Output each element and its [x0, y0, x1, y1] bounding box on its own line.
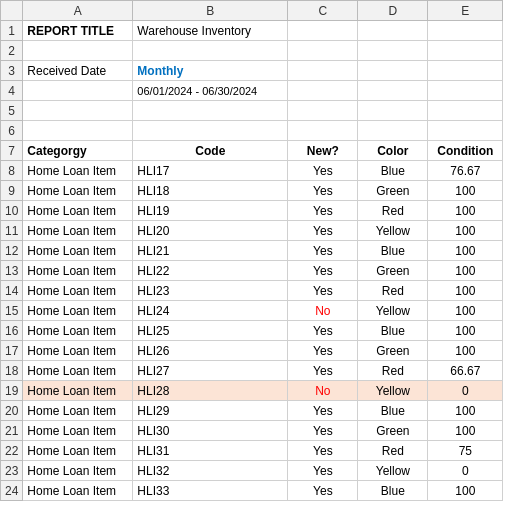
cell-r13-c1[interactable]: HLI22 — [133, 261, 288, 281]
cell-r17-c2[interactable]: Yes — [288, 341, 358, 361]
cell-r12-c2[interactable]: Yes — [288, 241, 358, 261]
cell-r8-c1[interactable]: HLI17 — [133, 161, 288, 181]
cell-r13-c0[interactable]: Home Loan Item — [23, 261, 133, 281]
cell-r21-c2[interactable]: Yes — [288, 421, 358, 441]
cell-r9-c4[interactable]: 100 — [428, 181, 503, 201]
cell-r15-c0[interactable]: Home Loan Item — [23, 301, 133, 321]
cell-r6-c3[interactable] — [358, 121, 428, 141]
cell-r15-c1[interactable]: HLI24 — [133, 301, 288, 321]
cell-r16-c0[interactable]: Home Loan Item — [23, 321, 133, 341]
cell-r19-c0[interactable]: Home Loan Item — [23, 381, 133, 401]
cell-r10-c1[interactable]: HLI19 — [133, 201, 288, 221]
cell-r8-c3[interactable]: Blue — [358, 161, 428, 181]
cell-r17-c1[interactable]: HLI26 — [133, 341, 288, 361]
cell-r15-c2[interactable]: No — [288, 301, 358, 321]
cell-r21-c1[interactable]: HLI30 — [133, 421, 288, 441]
cell-r12-c4[interactable]: 100 — [428, 241, 503, 261]
cell-r4-c0[interactable] — [23, 81, 133, 101]
cell-r22-c3[interactable]: Red — [358, 441, 428, 461]
cell-r6-c1[interactable] — [133, 121, 288, 141]
cell-r14-c0[interactable]: Home Loan Item — [23, 281, 133, 301]
cell-r15-c4[interactable]: 100 — [428, 301, 503, 321]
cell-r16-c1[interactable]: HLI25 — [133, 321, 288, 341]
cell-r9-c3[interactable]: Green — [358, 181, 428, 201]
cell-r16-c2[interactable]: Yes — [288, 321, 358, 341]
cell-r11-c3[interactable]: Yellow — [358, 221, 428, 241]
cell-r13-c3[interactable]: Green — [358, 261, 428, 281]
cell-r6-c2[interactable] — [288, 121, 358, 141]
cell-r14-c1[interactable]: HLI23 — [133, 281, 288, 301]
cell-r24-c4[interactable]: 100 — [428, 481, 503, 501]
cell-r12-c3[interactable]: Blue — [358, 241, 428, 261]
cell-r10-c4[interactable]: 100 — [428, 201, 503, 221]
cell-r19-c3[interactable]: Yellow — [358, 381, 428, 401]
cell-r13-c2[interactable]: Yes — [288, 261, 358, 281]
cell-r7-c2[interactable]: New? — [288, 141, 358, 161]
cell-r12-c1[interactable]: HLI21 — [133, 241, 288, 261]
cell-r12-c0[interactable]: Home Loan Item — [23, 241, 133, 261]
cell-r2-c0[interactable] — [23, 41, 133, 61]
cell-r3-c4[interactable] — [428, 61, 503, 81]
cell-r21-c3[interactable]: Green — [358, 421, 428, 441]
cell-r9-c0[interactable]: Home Loan Item — [23, 181, 133, 201]
cell-r20-c2[interactable]: Yes — [288, 401, 358, 421]
cell-r7-c1[interactable]: Code — [133, 141, 288, 161]
cell-r24-c1[interactable]: HLI33 — [133, 481, 288, 501]
cell-r20-c3[interactable]: Blue — [358, 401, 428, 421]
cell-r24-c2[interactable]: Yes — [288, 481, 358, 501]
cell-r5-c2[interactable] — [288, 101, 358, 121]
cell-r23-c2[interactable]: Yes — [288, 461, 358, 481]
cell-r16-c3[interactable]: Blue — [358, 321, 428, 341]
cell-r9-c1[interactable]: HLI18 — [133, 181, 288, 201]
col-header-c[interactable]: C — [288, 1, 358, 21]
cell-r11-c0[interactable]: Home Loan Item — [23, 221, 133, 241]
cell-r4-c3[interactable] — [358, 81, 428, 101]
cell-r18-c2[interactable]: Yes — [288, 361, 358, 381]
cell-r23-c0[interactable]: Home Loan Item — [23, 461, 133, 481]
cell-r3-c2[interactable] — [288, 61, 358, 81]
cell-r3-c3[interactable] — [358, 61, 428, 81]
cell-r2-c1[interactable] — [133, 41, 288, 61]
cell-r9-c2[interactable]: Yes — [288, 181, 358, 201]
cell-r19-c1[interactable]: HLI28 — [133, 381, 288, 401]
cell-r21-c4[interactable]: 100 — [428, 421, 503, 441]
cell-r24-c3[interactable]: Blue — [358, 481, 428, 501]
cell-r14-c4[interactable]: 100 — [428, 281, 503, 301]
cell-r17-c0[interactable]: Home Loan Item — [23, 341, 133, 361]
cell-r2-c4[interactable] — [428, 41, 503, 61]
cell-r17-c3[interactable]: Green — [358, 341, 428, 361]
cell-r4-c1[interactable]: 06/01/2024 - 06/30/2024 — [133, 81, 288, 101]
cell-r18-c4[interactable]: 66.67 — [428, 361, 503, 381]
cell-r20-c1[interactable]: HLI29 — [133, 401, 288, 421]
cell-r8-c2[interactable]: Yes — [288, 161, 358, 181]
col-header-d[interactable]: D — [358, 1, 428, 21]
cell-r10-c3[interactable]: Red — [358, 201, 428, 221]
cell-r1-c4[interactable] — [428, 21, 503, 41]
cell-r10-c0[interactable]: Home Loan Item — [23, 201, 133, 221]
cell-r15-c3[interactable]: Yellow — [358, 301, 428, 321]
cell-r4-c2[interactable] — [288, 81, 358, 101]
cell-r1-c2[interactable] — [288, 21, 358, 41]
cell-r18-c0[interactable]: Home Loan Item — [23, 361, 133, 381]
cell-r2-c3[interactable] — [358, 41, 428, 61]
cell-r1-c0[interactable]: REPORT TITLE — [23, 21, 133, 41]
cell-r19-c2[interactable]: No — [288, 381, 358, 401]
cell-r14-c3[interactable]: Red — [358, 281, 428, 301]
cell-r23-c3[interactable]: Yellow — [358, 461, 428, 481]
cell-r4-c4[interactable] — [428, 81, 503, 101]
col-header-e[interactable]: E — [428, 1, 503, 21]
cell-r6-c0[interactable] — [23, 121, 133, 141]
cell-r8-c4[interactable]: 76.67 — [428, 161, 503, 181]
cell-r24-c0[interactable]: Home Loan Item — [23, 481, 133, 501]
cell-r22-c0[interactable]: Home Loan Item — [23, 441, 133, 461]
cell-r5-c3[interactable] — [358, 101, 428, 121]
cell-r22-c4[interactable]: 75 — [428, 441, 503, 461]
col-header-b[interactable]: B — [133, 1, 288, 21]
cell-r10-c2[interactable]: Yes — [288, 201, 358, 221]
cell-r20-c4[interactable]: 100 — [428, 401, 503, 421]
cell-r1-c1[interactable]: Warehouse Inventory — [133, 21, 288, 41]
cell-r5-c0[interactable] — [23, 101, 133, 121]
cell-r1-c3[interactable] — [358, 21, 428, 41]
cell-r2-c2[interactable] — [288, 41, 358, 61]
cell-r21-c0[interactable]: Home Loan Item — [23, 421, 133, 441]
